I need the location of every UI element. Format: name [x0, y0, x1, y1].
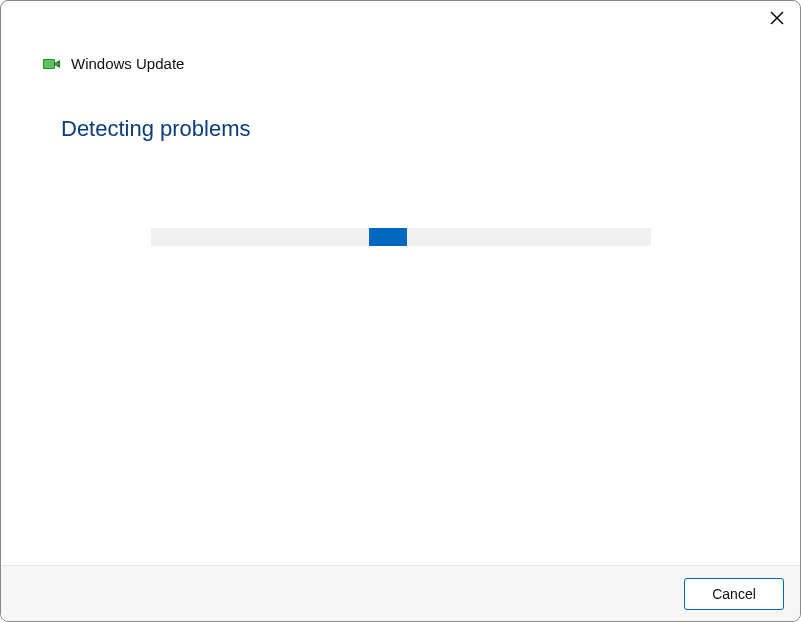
cancel-button-label: Cancel: [712, 586, 756, 602]
progress-container: [61, 228, 740, 246]
cancel-button[interactable]: Cancel: [684, 578, 784, 610]
progress-bar: [151, 228, 651, 246]
progress-thumb: [369, 228, 407, 246]
footer: Cancel: [1, 565, 800, 621]
windows-update-icon: [43, 56, 63, 72]
content-area: Detecting problems: [1, 72, 800, 565]
header-row: Windows Update: [1, 55, 800, 72]
titlebar: [1, 1, 800, 41]
header-title: Windows Update: [71, 55, 184, 72]
troubleshooter-dialog: Windows Update Detecting problems Cancel: [0, 0, 801, 622]
close-icon[interactable]: [768, 9, 786, 27]
page-heading: Detecting problems: [61, 116, 740, 142]
svg-rect-3: [44, 60, 54, 68]
